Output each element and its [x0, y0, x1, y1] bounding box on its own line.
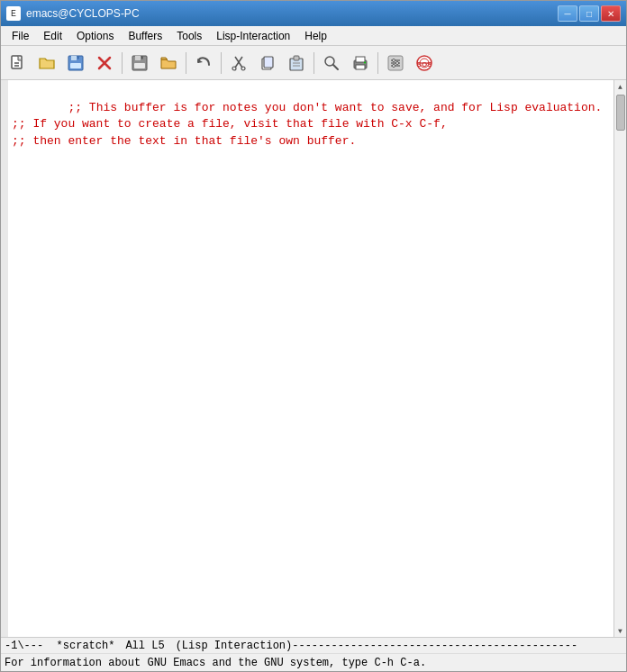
status-left: -1\--- *scratch* — [5, 640, 114, 652]
new-file-button[interactable] — [5, 50, 32, 77]
cut-button[interactable] — [225, 50, 252, 77]
svg-point-28 — [364, 61, 366, 63]
svg-rect-4 — [71, 56, 77, 60]
undo-button[interactable] — [190, 50, 217, 77]
window-title: emacs@CYCLOPS-PC — [26, 7, 140, 20]
dired-button[interactable] — [155, 50, 182, 77]
menu-file[interactable]: File — [5, 28, 36, 44]
toolbar-separator-5 — [377, 52, 378, 74]
toolbar-separator-3 — [221, 52, 222, 74]
svg-text:SOS: SOS — [417, 60, 433, 68]
svg-rect-20 — [294, 56, 299, 60]
title-bar: E emacs@CYCLOPS-PC ─ □ ✕ — [1, 1, 626, 26]
menu-help[interactable]: Help — [297, 28, 334, 44]
editor-line-3: ;; then enter the text in that file's ow… — [12, 134, 356, 148]
left-fringe — [1, 80, 8, 637]
menu-bar: File Edit Options Buffers Tools Lisp-Int… — [1, 26, 626, 46]
paste-button[interactable] — [283, 50, 310, 77]
svg-rect-0 — [12, 56, 22, 68]
window-controls: ─ □ ✕ — [558, 5, 621, 22]
close-button[interactable]: ✕ — [601, 5, 621, 22]
maximize-button[interactable]: □ — [579, 5, 599, 22]
app-icon: E — [6, 6, 21, 21]
svg-point-34 — [396, 61, 399, 64]
toolbar: SOS — [1, 46, 626, 80]
open-file-button[interactable] — [33, 50, 60, 77]
svg-point-16 — [241, 67, 245, 70]
toolbar-separator-2 — [186, 52, 186, 74]
svg-rect-5 — [70, 63, 81, 68]
search-button[interactable] — [318, 50, 345, 77]
title-bar-left: E emacs@CYCLOPS-PC — [6, 6, 140, 21]
svg-point-35 — [393, 64, 395, 67]
vertical-scrollbar[interactable]: ▲ ▼ — [613, 80, 626, 637]
scroll-up-button[interactable]: ▲ — [614, 80, 627, 93]
toolbar-separator-4 — [314, 52, 314, 74]
scroll-down-button[interactable]: ▼ — [614, 624, 627, 637]
copy-button[interactable] — [254, 50, 281, 77]
svg-rect-12 — [141, 56, 143, 59]
svg-rect-6 — [77, 56, 79, 59]
scroll-thumb[interactable] — [616, 95, 625, 131]
customize-button[interactable] — [382, 50, 409, 77]
editor-content[interactable]: ;; This buffer is for notes you don't wa… — [8, 80, 613, 637]
editor-line-1: ;; This buffer is for notes you don't wa… — [68, 101, 602, 114]
svg-rect-18 — [264, 57, 273, 68]
svg-rect-26 — [356, 57, 365, 62]
minimize-button[interactable]: ─ — [558, 5, 577, 22]
editor-text[interactable]: ;; This buffer is for notes you don't wa… — [12, 84, 610, 166]
status-center: All L5 — [125, 640, 164, 652]
delete-button[interactable] — [91, 50, 118, 77]
status-right: (Lisp Interaction)----------------------… — [176, 640, 622, 652]
menu-tools[interactable]: Tools — [169, 28, 209, 44]
info-text: For information about GNU Emacs and the … — [5, 657, 426, 669]
save-file-button[interactable] — [62, 50, 89, 77]
svg-point-15 — [232, 67, 236, 70]
save-copy-button[interactable] — [126, 50, 153, 77]
menu-options[interactable]: Options — [69, 28, 121, 44]
menu-buffers[interactable]: Buffers — [121, 28, 169, 44]
status-bar: -1\--- *scratch* All L5 (Lisp Interactio… — [1, 637, 626, 653]
svg-rect-10 — [135, 56, 141, 60]
help-button[interactable]: SOS — [411, 50, 438, 77]
svg-line-24 — [333, 65, 338, 69]
print-button[interactable] — [347, 50, 374, 77]
svg-point-33 — [393, 59, 395, 61]
editor-line-2: ;; If you want to create a file, visit t… — [12, 117, 448, 131]
emacs-window: E emacs@CYCLOPS-PC ─ □ ✕ File Edit Optio… — [0, 0, 627, 672]
svg-rect-27 — [356, 65, 365, 69]
menu-edit[interactable]: Edit — [36, 28, 69, 44]
svg-rect-11 — [134, 63, 145, 68]
editor-area[interactable]: ;; This buffer is for notes you don't wa… — [1, 80, 626, 637]
menu-lisp-interaction[interactable]: Lisp-Interaction — [209, 28, 297, 44]
info-bar: For information about GNU Emacs and the … — [1, 653, 626, 671]
toolbar-separator-1 — [122, 52, 123, 74]
